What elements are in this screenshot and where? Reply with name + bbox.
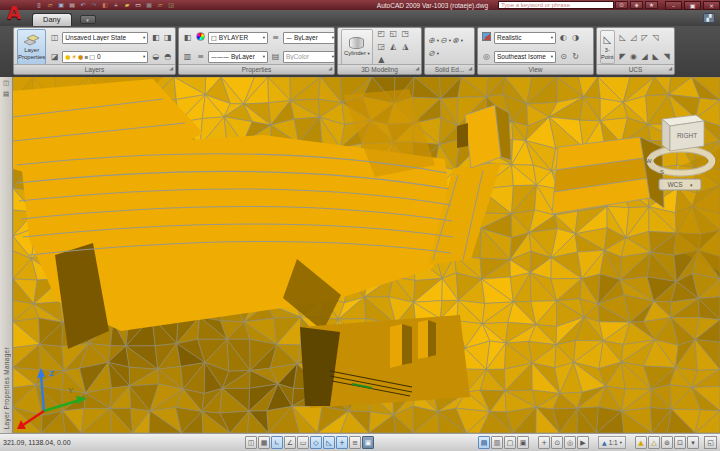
layer-delete-icon[interactable]: ◨ — [162, 32, 173, 44]
layer-new-icon[interactable]: ◧ — [150, 32, 161, 44]
quick-view-drawings-button[interactable]: ▣ — [517, 436, 529, 449]
panel-title-solid-editing[interactable]: Solid Ed...◢ — [425, 64, 474, 74]
press-pull-icon[interactable]: ◭ — [388, 41, 399, 53]
sweep-icon[interactable]: ◳ — [400, 28, 411, 40]
list-icon[interactable]: ≡ — [195, 51, 206, 63]
layer-state-icon[interactable]: ◫ — [49, 32, 60, 44]
rectangle-button[interactable]: ▭ — [133, 1, 143, 9]
palette-properties-icon[interactable]: ◫ — [1, 78, 12, 88]
layer-icon[interactable]: ◪ — [49, 51, 60, 63]
layer-lock-icon[interactable]: ◓ — [162, 51, 173, 63]
toolbar-lock-button[interactable]: ⊡ — [674, 436, 686, 449]
auto-hide-icon[interactable]: ▤ — [1, 89, 12, 99]
layer-isolate-icon[interactable]: ◩ — [174, 32, 176, 44]
union-button[interactable]: ⊕▾ — [428, 35, 439, 47]
panel-expand-icon[interactable]: ◢ — [415, 63, 419, 73]
clean-screen-button[interactable]: ◱ — [704, 436, 717, 449]
named-view-combo[interactable]: Southeast Isome ▾ — [494, 51, 556, 63]
grid-toggle[interactable]: ▦ — [258, 436, 270, 449]
layer-properties-button[interactable]: Layer Properties — [17, 29, 46, 65]
match-properties-button[interactable]: ◧ — [100, 1, 110, 9]
pan-button[interactable]: + — [111, 1, 121, 9]
communication-center-button[interactable]: ◈ — [630, 1, 643, 9]
ducs-toggle[interactable]: ◺ — [323, 436, 335, 449]
new-button[interactable]: ▯ — [34, 1, 44, 9]
osnap-toggle[interactable]: ▭ — [297, 436, 309, 449]
slice-button[interactable]: ⊘▾ — [428, 48, 439, 60]
extrude-icon[interactable]: ◱ — [388, 28, 399, 40]
revolve-icon[interactable]: ◲ — [376, 41, 387, 53]
panel-expand-icon[interactable]: ◢ — [328, 63, 332, 73]
annotation-scale-button[interactable]: ▲ 1:1 ▾ — [598, 436, 626, 449]
workspace-switch-button[interactable]: ⊛ — [661, 436, 673, 449]
layer-state-combo[interactable]: Unsaved Layer State ▾ — [62, 32, 148, 44]
table-button[interactable]: ▦ — [144, 1, 154, 9]
ucs-3point-button[interactable]: ◺ 3-Point — [600, 30, 615, 64]
layout-button[interactable]: ▥ — [491, 436, 503, 449]
layer-freeze-icon[interactable]: ◒ — [150, 51, 161, 63]
plot-button[interactable]: ▤ — [67, 1, 77, 9]
lwt-toggle[interactable]: ≡ — [349, 436, 361, 449]
panel-expand-icon[interactable]: ◢ — [668, 63, 672, 73]
ucs-z-axis-icon[interactable]: ◉ — [629, 51, 639, 63]
edit-button[interactable]: ▰ — [122, 1, 132, 9]
close-button[interactable]: × — [703, 1, 720, 10]
panel-expand-icon[interactable]: ◢ — [468, 63, 472, 73]
dyn-toggle[interactable]: + — [336, 436, 348, 449]
quick-view-layouts-button[interactable]: ▢ — [504, 436, 516, 449]
lineweight-icon[interactable]: ≡ — [270, 32, 281, 44]
linetype-icon[interactable]: ▥ — [182, 51, 193, 63]
lineweight-combo[interactable]: — ByLayer ▾ — [283, 32, 335, 44]
panel-title-ucs[interactable]: UCS◢ — [597, 64, 674, 74]
polar-toggle[interactable]: ∠ — [284, 436, 296, 449]
panel-title-properties[interactable]: Properties◢ — [179, 64, 334, 74]
viewcube-face-label[interactable]: RIGHT — [677, 132, 697, 139]
visual-style-icon[interactable] — [481, 32, 492, 44]
compass-west-label[interactable]: W — [646, 158, 652, 164]
save-button[interactable]: ▣ — [56, 1, 66, 9]
ucs-face-icon[interactable]: ◸ — [640, 32, 650, 44]
restore-button[interactable]: ▣ — [684, 1, 701, 10]
otrack-toggle[interactable]: ◇ — [310, 436, 322, 449]
compass-south-label[interactable]: S — [660, 169, 664, 175]
panel-expand-icon[interactable]: ◢ — [169, 63, 173, 73]
steering-wheel-button[interactable]: ◎ — [564, 436, 576, 449]
ucs-x-rotate-icon[interactable]: ◣ — [651, 51, 661, 63]
publish-button[interactable]: ◲ — [166, 1, 176, 9]
layer-combo[interactable]: ●☀●▪□ 0 ▾ — [62, 51, 148, 63]
ucs-origin-icon[interactable]: ◤ — [618, 51, 628, 63]
intersect-button[interactable]: ⊗▾ — [452, 35, 463, 47]
pan-button[interactable]: + — [538, 436, 550, 449]
ucs-object-icon[interactable]: ◹ — [651, 32, 661, 44]
redo-button[interactable]: ↷ — [89, 1, 99, 9]
tab-dany[interactable]: Dany — [32, 13, 72, 26]
ucs-world-icon[interactable]: ◺ — [618, 32, 628, 44]
match-properties-icon[interactable]: ◧ — [182, 32, 193, 44]
infocenter-search-input[interactable] — [498, 1, 614, 9]
model-button[interactable]: ▤ — [478, 436, 490, 449]
sheetset-button[interactable]: ▱ — [155, 1, 165, 9]
annotation-visibility-button[interactable]: ▲ — [635, 436, 647, 449]
previous-view-icon[interactable]: ◐ — [558, 32, 569, 44]
orbit-icon[interactable]: ↻ — [570, 51, 581, 63]
status-menu-button[interactable]: ▾ — [687, 436, 699, 449]
panel-title-3d-modeling[interactable]: 3D Modeling◢ — [338, 64, 421, 74]
polysolid-icon[interactable]: ◰ — [376, 28, 387, 40]
infocenter-toggle-icon[interactable]: ▞ — [703, 13, 715, 23]
ucs-view-icon[interactable]: ◢ — [640, 51, 650, 63]
layer-properties-manager-palette[interactable]: ◫▤ Layer Properties Manager — [0, 77, 13, 433]
subtract-button[interactable]: ⊖▾ — [440, 35, 451, 47]
minimize-button[interactable]: – — [665, 1, 682, 10]
color-combo[interactable]: □ BYLAYER ▾ — [208, 32, 268, 44]
plot-style-icon[interactable]: ▤ — [270, 51, 281, 63]
helix-icon[interactable]: ◮ — [400, 41, 411, 53]
ucs-named-icon[interactable]: ◥ — [662, 51, 672, 63]
snap-toggle[interactable]: ◫ — [245, 436, 257, 449]
viewport-3d[interactable] — [13, 77, 720, 433]
camera-icon[interactable]: ◎ — [481, 51, 492, 63]
qp-toggle[interactable]: ▣ — [362, 436, 374, 449]
zoom-extents-icon[interactable]: ⊙ — [558, 51, 569, 63]
favorites-button[interactable]: ★ — [645, 1, 658, 9]
drawing-viewport[interactable]: ◫▤ Layer Properties Manager W S RIGHT WC… — [0, 77, 720, 433]
ortho-toggle[interactable]: ∟ — [271, 436, 283, 449]
